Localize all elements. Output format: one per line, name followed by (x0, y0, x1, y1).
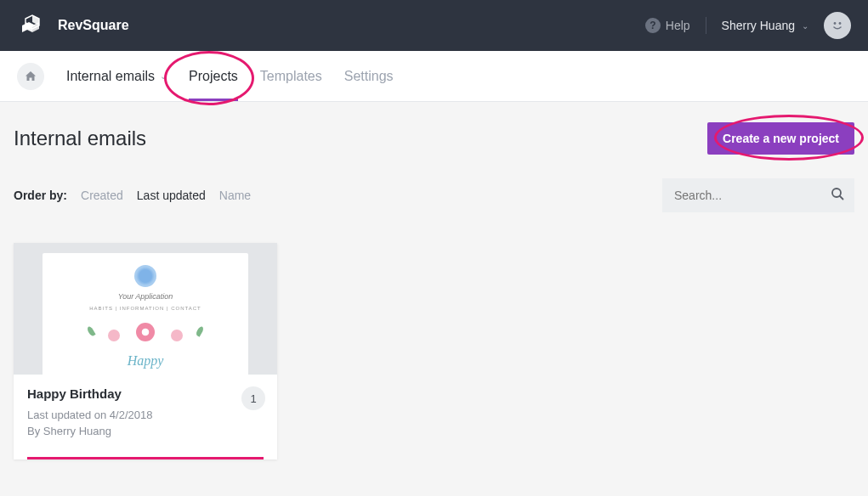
chevron-down-icon: ⌄ (160, 71, 167, 81)
content: Internal emails Create a new project Ord… (0, 102, 868, 490)
toolbar: Order by: Created Last updated Name (14, 178, 854, 212)
svg-point-1 (839, 22, 842, 25)
chevron-down-icon: ⌄ (802, 21, 808, 31)
create-project-button[interactable]: Create a new project (707, 122, 854, 155)
brand-logo-icon (17, 10, 48, 41)
preview-content: Your Application HABITS | INFORMATION | … (43, 253, 248, 375)
user-name: Sherry Huang (722, 19, 795, 32)
card-accent-bar (27, 457, 264, 459)
topbar-right: ? Help Sherry Huang ⌄ (645, 12, 851, 39)
card-author: By Sherry Huang (27, 424, 264, 440)
card-preview: Your Application HABITS | INFORMATION | … (14, 243, 277, 375)
preview-subline: HABITS | INFORMATION | CONTACT (51, 306, 240, 311)
search-input[interactable] (662, 178, 854, 212)
search-icon[interactable] (831, 187, 844, 204)
tab-settings[interactable]: Settings (344, 54, 394, 99)
order-by-label: Order by: (14, 189, 67, 202)
page-title: Internal emails (14, 127, 146, 150)
order-option-last-updated[interactable]: Last updated (137, 189, 206, 202)
top-bar: RevSquare ? Help Sherry Huang ⌄ (0, 0, 868, 51)
preview-app-title: Your Application (51, 292, 240, 301)
help-icon: ? (645, 18, 661, 33)
card-title: Happy Birthday (27, 386, 264, 401)
tab-templates[interactable]: Templates (260, 54, 322, 99)
help-link[interactable]: ? Help (645, 18, 690, 33)
brand[interactable]: RevSquare (17, 10, 129, 41)
help-label: Help (666, 19, 690, 32)
breadcrumb[interactable]: Internal emails ⌄ (66, 69, 167, 84)
order-option-created[interactable]: Created (81, 189, 123, 202)
page-header: Internal emails Create a new project (14, 122, 854, 155)
preview-logo-icon (134, 265, 156, 287)
avatar[interactable] (824, 12, 851, 39)
order-by: Order by: Created Last updated Name (14, 189, 251, 202)
svg-line-3 (840, 196, 843, 200)
svg-point-0 (834, 22, 837, 25)
home-button[interactable] (17, 63, 44, 90)
order-option-name[interactable]: Name (219, 189, 251, 202)
preview-flowers-icon (51, 318, 240, 360)
nav-bar: Internal emails ⌄ Projects Templates Set… (0, 51, 868, 102)
tab-projects[interactable]: Projects (189, 54, 238, 99)
card-count-badge: 1 (241, 386, 265, 410)
card-updated: Last updated on 4/2/2018 (27, 408, 264, 424)
divider (706, 17, 706, 34)
brand-name: RevSquare (58, 18, 129, 33)
project-card[interactable]: Your Application HABITS | INFORMATION | … (14, 243, 277, 459)
avatar-face-icon (830, 18, 845, 33)
home-icon (24, 70, 37, 83)
card-body: Happy Birthday 1 Last updated on 4/2/201… (14, 375, 277, 448)
breadcrumb-label: Internal emails (66, 69, 155, 84)
user-menu[interactable]: Sherry Huang ⌄ (722, 19, 808, 32)
search (662, 178, 854, 212)
